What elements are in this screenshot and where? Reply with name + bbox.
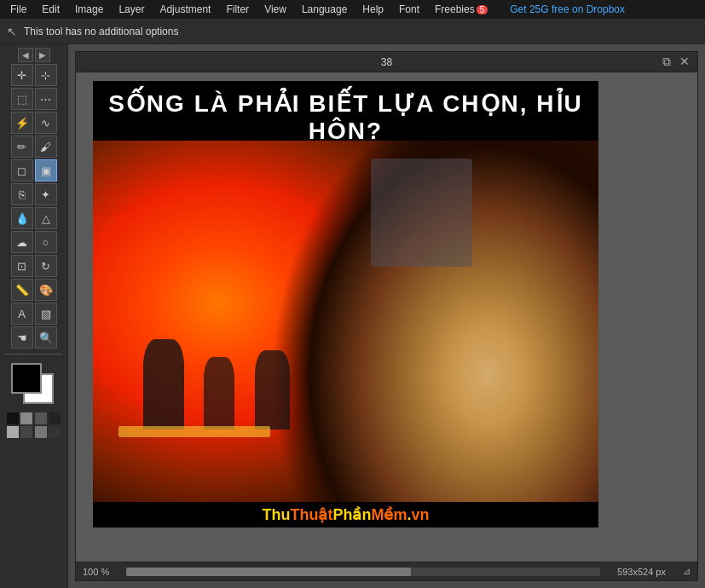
tool-sharpen[interactable]: △ — [35, 207, 57, 229]
tool-crop[interactable]: ⊡ — [11, 255, 33, 277]
menu-filter[interactable]: Filter — [219, 2, 256, 17]
main-layout: ◀ ▶ ✛ ⊹ ⬚ ⋯ ⚡ ∿ ✏ 🖌 ◻ ▣ ⎘ ✦ — [0, 44, 705, 588]
grid-pattern — [3, 409, 64, 441]
tool-colorpick[interactable]: 🎨 — [35, 279, 57, 301]
tool-blur[interactable]: 💧 — [11, 207, 33, 229]
meme-image-canvas: SỐNG LÀ PHẢI BIẾT LỰA CHỌN, HỈU HÔN? — [93, 81, 598, 527]
nav-left-arrow[interactable]: ◀ — [18, 48, 33, 62]
grid-cell-7[interactable] — [35, 426, 47, 438]
canvas-statusbar: 100 % 593x524 px ⊿ — [76, 562, 697, 580]
tool-hand[interactable]: ☚ — [11, 326, 33, 349]
watermark-thuat: Thuật — [290, 506, 332, 523]
tool-options-bar: ↖ This tool has no additional options — [0, 19, 705, 44]
tool-move2[interactable]: ⊹ — [35, 64, 57, 86]
tool-measure[interactable]: 📏 — [11, 279, 33, 301]
watermark-thu: Thu — [262, 506, 290, 523]
tool-gradient[interactable]: ▧ — [35, 303, 57, 325]
scrollbar-thumb — [126, 568, 411, 576]
tool-eraser[interactable]: ◻ — [11, 159, 33, 182]
watermark-vn: vn — [411, 506, 429, 523]
tool-paint[interactable]: 🖌 — [35, 135, 57, 158]
grid-cell-5[interactable] — [7, 426, 19, 438]
canvas-title: 38 — [381, 56, 392, 68]
tool-rotate[interactable]: ↻ — [35, 255, 57, 277]
grid-cell-1[interactable] — [7, 412, 19, 424]
meme-background-image — [93, 141, 598, 502]
tool-row-5: ◻ ▣ — [3, 159, 64, 182]
tool-row-10: 📏 🎨 — [3, 279, 64, 301]
canvas-dimensions: 593x524 px — [617, 567, 666, 577]
tool-heal[interactable]: ✦ — [35, 183, 57, 205]
tool-path[interactable]: ∿ — [35, 112, 57, 134]
menu-image[interactable]: Image — [68, 2, 110, 17]
meme-watermark: ThuThuậtPhầnMềm.vn — [93, 502, 598, 527]
tool-dodge[interactable]: ○ — [35, 231, 57, 253]
tool-pencil[interactable]: ✏ — [11, 135, 33, 158]
tool-bucket[interactable]: ▣ — [35, 159, 57, 182]
horizontal-scrollbar[interactable] — [126, 568, 600, 576]
tool-row-11: A ▧ — [3, 303, 64, 325]
tool-row-3: ⚡ ∿ — [3, 112, 64, 134]
fg-color-swatch[interactable] — [11, 363, 42, 394]
tool-clone[interactable]: ⎘ — [11, 183, 33, 205]
menu-help[interactable]: Help — [355, 2, 390, 17]
color-swatch-area — [11, 363, 57, 401]
menu-view[interactable]: View — [257, 2, 293, 17]
menu-edit[interactable]: Edit — [35, 2, 66, 17]
dropbox-link[interactable]: Get 25G free on Dropbox — [503, 2, 632, 17]
grid-cell-2[interactable] — [20, 412, 32, 424]
menu-freebies[interactable]: Freebies5 — [428, 2, 494, 17]
grid-cell-6[interactable] — [20, 426, 32, 438]
watermark-phan: Phần — [332, 506, 371, 523]
canvas-titlebar: 38 ⧉ ✕ — [76, 52, 697, 72]
grid-cell-3[interactable] — [35, 412, 47, 424]
tool-row-1: ✛ ⊹ — [3, 64, 64, 86]
tool-move[interactable]: ✛ — [11, 64, 33, 86]
tool-row-12: ☚ 🔍 — [3, 326, 64, 349]
grid-cell-8[interactable] — [49, 426, 61, 438]
menu-file[interactable]: File — [3, 2, 33, 17]
tool-row-7: 💧 △ — [3, 207, 64, 229]
window-maximize-btn[interactable]: ⧉ — [660, 55, 673, 69]
toolbox: ◀ ▶ ✛ ⊹ ⬚ ⋯ ⚡ ∿ ✏ 🖌 ◻ ▣ ⎘ ✦ — [0, 44, 68, 588]
tool-row-2: ⬚ ⋯ — [3, 88, 64, 110]
tool-row-4: ✏ 🖌 — [3, 135, 64, 158]
menu-language[interactable]: Language — [295, 2, 354, 17]
tool-fuzzy[interactable]: ⚡ — [11, 112, 33, 134]
tool-row-6: ⎘ ✦ — [3, 183, 64, 205]
toolbox-nav-row: ◀ ▶ — [3, 48, 64, 62]
menu-bar: File Edit Image Layer Adjustment Filter … — [0, 0, 705, 19]
window-controls: ⧉ ✕ — [660, 55, 692, 69]
tool-text[interactable]: A — [11, 303, 33, 325]
menu-adjustment[interactable]: Adjustment — [153, 2, 217, 17]
tool-rect-select[interactable]: ⬚ — [11, 88, 33, 110]
tool-options-text: This tool has no additional options — [24, 26, 178, 37]
menu-layer[interactable]: Layer — [112, 2, 151, 17]
nav-right-arrow[interactable]: ▶ — [35, 48, 50, 62]
tool-smudge[interactable]: ☁ — [11, 231, 33, 253]
freebies-badge: 5 — [477, 5, 488, 14]
menu-font[interactable]: Font — [392, 2, 426, 17]
grid-cell-4[interactable] — [49, 412, 61, 424]
tool-options-arrow-icon: ↖ — [7, 25, 17, 38]
resize-handle-icon: ⊿ — [683, 566, 691, 577]
canvas-area: 38 ⧉ ✕ SỐNG LÀ PHẢI BIẾT LỰA CHỌN, HỈU H… — [68, 44, 705, 588]
zoom-level: 100 % — [83, 567, 109, 577]
canvas-scroll[interactable]: SỐNG LÀ PHẢI BIẾT LỰA CHỌN, HỈU HÔN? — [76, 72, 697, 562]
toolbox-divider — [5, 354, 62, 355]
window-close-btn[interactable]: ✕ — [677, 55, 692, 69]
tool-row-8: ☁ ○ — [3, 231, 64, 253]
watermark-mem: Mềm — [371, 506, 407, 523]
tool-zoom[interactable]: 🔍 — [35, 326, 57, 349]
canvas-window: 38 ⧉ ✕ SỐNG LÀ PHẢI BIẾT LỰA CHỌN, HỈU H… — [75, 51, 698, 581]
tool-row-9: ⊡ ↻ — [3, 255, 64, 277]
tool-free-select[interactable]: ⋯ — [35, 88, 57, 110]
meme-heading-text: SỐNG LÀ PHẢI BIẾT LỰA CHỌN, HỈU HÔN? — [108, 90, 583, 144]
